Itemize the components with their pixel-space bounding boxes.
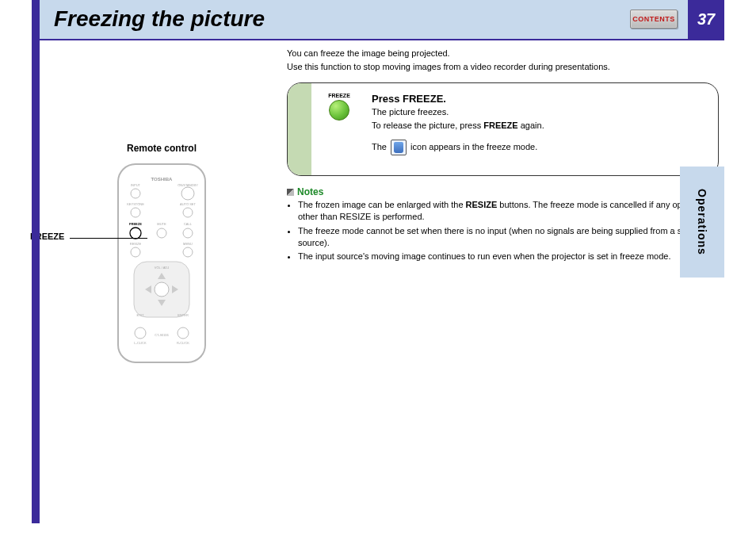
- notes-heading: Notes: [287, 186, 719, 197]
- svg-text:ENTER: ENTER: [178, 313, 189, 317]
- svg-text:AUTO SET: AUTO SET: [180, 202, 196, 206]
- intro-text: You can freeze the image being projected…: [287, 48, 715, 75]
- list-item: The frozen image can be enlarged with th…: [298, 199, 719, 223]
- page-number: 37: [688, 0, 724, 39]
- instruction-accent: [288, 83, 311, 175]
- freeze-callout-line: [70, 238, 147, 239]
- svg-text:CALL: CALL: [184, 222, 193, 226]
- section-tab-label: Operations: [696, 189, 708, 255]
- instruction-text: Press FREEZE. The picture freezes. To re…: [372, 93, 705, 157]
- notes-list: The frozen image can be enlarged with th…: [287, 199, 719, 262]
- freeze-button-icon: [329, 100, 349, 121]
- svg-text:MUTE: MUTE: [157, 222, 166, 226]
- svg-text:MENU: MENU: [183, 242, 193, 246]
- instruction-line-2: To release the picture, press FREEZE aga…: [372, 120, 705, 132]
- remote-control-diagram: Remote control FREEZE TOSHIBA ON/STANDBY…: [51, 143, 273, 366]
- notes-section: Notes The frozen image can be enlarged w…: [287, 186, 719, 265]
- freeze-mode-icon: [391, 140, 407, 155]
- notes-heading-text: Notes: [297, 186, 323, 197]
- page-title: Freezing the picture: [54, 6, 265, 32]
- svg-text:VOL / ADJ: VOL / ADJ: [155, 266, 170, 270]
- section-tab: Operations: [680, 167, 724, 278]
- notes-bullet-icon: [287, 189, 294, 196]
- svg-text:R-CLICK: R-CLICK: [177, 341, 189, 345]
- page-root: Freezing the picture CONTENTS 37 Operati…: [0, 0, 756, 536]
- freeze-button-illustration: FREEZE: [319, 93, 359, 157]
- intro-line-2: Use this function to stop moving images …: [287, 61, 715, 73]
- remote-title: Remote control: [51, 143, 273, 154]
- intro-line-1: You can freeze the image being projected…: [287, 48, 715, 59]
- svg-text:RESIZE: RESIZE: [130, 242, 142, 246]
- svg-point-21: [155, 282, 169, 297]
- svg-text:ON/STANDBY: ON/STANDBY: [178, 183, 198, 187]
- svg-text:CT-90106: CT-90106: [155, 333, 169, 337]
- instruction-heading: Press FREEZE.: [372, 93, 705, 105]
- svg-text:L-CLICK: L-CLICK: [134, 341, 147, 345]
- instruction-box: FREEZE Press FREEZE. The picture freezes…: [287, 82, 719, 176]
- svg-text:EXIT: EXIT: [137, 313, 144, 317]
- list-item: The freeze mode cannot be set when there…: [298, 225, 719, 249]
- remote-svg: TOSHIBA ON/STANDBY INPUT KEYSTONE AUTO S…: [102, 160, 221, 366]
- svg-text:INPUT: INPUT: [131, 183, 141, 187]
- svg-text:KEYSTONE: KEYSTONE: [127, 202, 144, 206]
- list-item: The input source's moving image continue…: [298, 251, 719, 262]
- instruction-line-3: The icon appears in the freeze mode.: [372, 140, 705, 155]
- freeze-button-caption: FREEZE: [319, 93, 359, 98]
- contents-button[interactable]: CONTENTS: [630, 10, 678, 29]
- remote-brand: TOSHIBA: [151, 177, 174, 182]
- instruction-line-1: The picture freezes.: [372, 106, 705, 118]
- title-rule: [40, 39, 724, 40]
- svg-text:FREEZE: FREEZE: [129, 222, 142, 226]
- left-stripe: [32, 0, 40, 523]
